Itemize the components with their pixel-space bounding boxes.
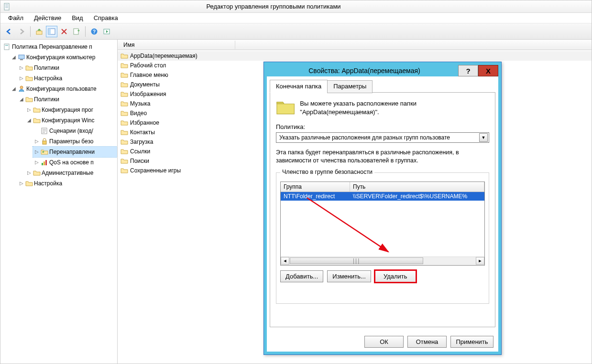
svg-rect-19: [44, 161, 45, 165]
policy-description: Эта папка будет перенаправляться в разли…: [276, 149, 489, 165]
menu-help[interactable]: Справка: [89, 13, 123, 22]
help-button[interactable]: ?: [88, 26, 100, 37]
app-window: Редактор управления групповыми политикам…: [0, 0, 592, 364]
folder-icon: [121, 52, 128, 60]
forward-button[interactable]: [16, 26, 27, 37]
expand-icon[interactable]: ▷: [26, 168, 32, 178]
chevron-down-icon[interactable]: ▼: [479, 133, 488, 142]
expand-icon[interactable]: ▷: [34, 158, 40, 167]
cell-path: \\SERVER\Folder_redirect$\%USERNAME%: [350, 192, 484, 201]
export-button[interactable]: [71, 26, 82, 37]
tree-label: QoS на основе п: [49, 158, 94, 167]
delete-button[interactable]: Удалить: [375, 270, 416, 282]
scroll-left-icon[interactable]: ◄: [281, 257, 289, 265]
tree-label: Параметры безо: [49, 137, 94, 146]
svg-rect-4: [36, 31, 42, 34]
tree-item[interactable]: ▷QoS на основе п: [33, 157, 117, 168]
up-button[interactable]: [33, 26, 45, 37]
folder-icon: [121, 100, 128, 107]
expand-icon[interactable]: ▷: [19, 63, 24, 73]
folder-icon: [121, 90, 128, 98]
tree-user-config[interactable]: ◢ Конфигурация пользовате: [10, 84, 117, 94]
scroll-track[interactable]: |||: [289, 257, 476, 264]
menu-file[interactable]: Файл: [3, 13, 28, 22]
tree-view[interactable]: Политика Перенаправление п ◢ Конфигураци…: [0, 40, 118, 364]
list-item-appdata[interactable]: AppData(перемещаемая): [118, 51, 592, 61]
svg-rect-0: [4, 3, 9, 10]
tree-item[interactable]: Сценарии (вход/: [33, 126, 117, 136]
grid-row[interactable]: NTT\Folder_redirect \\SERVER\Folder_redi…: [281, 192, 484, 201]
tab-parameters[interactable]: Параметры: [327, 80, 373, 93]
svg-rect-6: [48, 29, 51, 34]
tab-target-folder[interactable]: Конечная папка: [270, 80, 328, 93]
column-path[interactable]: Путь: [350, 182, 484, 192]
edit-button[interactable]: Изменить...: [327, 270, 371, 282]
tree-label: Конфигурация Winс: [42, 116, 95, 125]
ok-button[interactable]: ОК: [364, 336, 404, 348]
tree-item-redirect[interactable]: ▷Перенаправлени: [33, 147, 117, 157]
toolbar: ?: [0, 23, 592, 40]
item-label: Поиски: [130, 158, 149, 164]
apply-button[interactable]: Применить: [450, 336, 493, 348]
item-label: Рабочий стол: [130, 62, 166, 69]
tree-item[interactable]: ▷Политики: [18, 63, 117, 73]
titlebar: Редактор управления групповыми политикам…: [0, 0, 592, 13]
expand-icon[interactable]: ▷: [19, 179, 24, 188]
expand-icon[interactable]: ▷: [34, 137, 40, 146]
add-button[interactable]: Добавить...: [280, 270, 323, 282]
tree-label: Административные: [42, 168, 93, 178]
column-group[interactable]: Группа: [281, 182, 350, 192]
filter-button[interactable]: [101, 26, 112, 37]
tab-content: Вы можете указать расположение папки "Ap…: [270, 92, 495, 327]
tree-item[interactable]: ▷Конфигурация прог: [25, 105, 117, 115]
membership-grid[interactable]: Группа Путь NTT\Folder_redirect \\SERVER…: [280, 182, 485, 266]
tree-label: Политика Перенаправление п: [12, 42, 92, 52]
tree-label: Конфигурация прог: [42, 105, 93, 115]
column-name[interactable]: Имя: [121, 41, 235, 49]
groupbox-legend: Членство в группе безопасности: [280, 169, 374, 175]
policy-combobox[interactable]: Указать различные расположения для разны…: [276, 132, 489, 143]
svg-rect-17: [43, 141, 46, 144]
collapse-icon[interactable]: ◢: [19, 95, 24, 104]
back-button[interactable]: [3, 26, 15, 37]
item-label: Ссылки: [130, 148, 150, 155]
scroll-right-icon[interactable]: ►: [476, 257, 484, 265]
tree-item[interactable]: ▷Настройка: [18, 73, 117, 84]
dialog-titlebar[interactable]: Свойства: AppData(перемещаемая) ? X: [264, 62, 501, 76]
annotation-arrow: [305, 195, 400, 257]
delete-button[interactable]: [58, 26, 70, 37]
tree-item[interactable]: ◢Конфигурация Winс: [25, 115, 117, 126]
folder-icon: [121, 138, 128, 146]
show-tree-button[interactable]: [46, 26, 57, 37]
scroll-thumb[interactable]: |||: [290, 257, 423, 264]
folder-icon: [25, 64, 33, 72]
expand-icon[interactable]: ▷: [34, 147, 40, 157]
tree-item[interactable]: ▷Настройка: [18, 178, 117, 189]
expand-icon[interactable]: ▷: [19, 74, 24, 83]
dialog-body: Конечная папка Параметры Вы можете указа…: [264, 76, 501, 354]
folder-icon: [25, 75, 33, 82]
tree-item[interactable]: ◢Политики: [18, 94, 117, 105]
properties-dialog: Свойства: AppData(перемещаемая) ? X Коне…: [263, 62, 502, 355]
horizontal-scrollbar[interactable]: ◄ ||| ►: [281, 257, 484, 265]
svg-rect-18: [42, 163, 43, 165]
collapse-icon[interactable]: ◢: [11, 53, 17, 62]
info-text: Вы можете указать расположение папки "Ap…: [300, 98, 489, 116]
menu-view[interactable]: Вид: [67, 13, 88, 22]
script-icon: [41, 127, 48, 135]
folder-icon: [121, 148, 128, 155]
collapse-icon[interactable]: ◢: [11, 84, 17, 94]
tree-item[interactable]: ▷Параметры безо: [33, 136, 117, 147]
dialog-help-button[interactable]: ?: [458, 65, 478, 76]
svg-rect-12: [5, 45, 8, 46]
folder-icon: [121, 167, 128, 174]
cancel-button[interactable]: Отмена: [407, 336, 447, 348]
security-group-box: Членство в группе безопасности Группа Пу…: [276, 172, 489, 304]
menu-action[interactable]: Действие: [29, 13, 66, 22]
tree-item[interactable]: ▷Административные: [25, 168, 117, 178]
dialog-close-button[interactable]: X: [478, 65, 498, 76]
tree-computer-config[interactable]: ◢ Конфигурация компьютер: [10, 52, 117, 63]
tree-root[interactable]: Политика Перенаправление п: [2, 42, 117, 52]
collapse-icon[interactable]: ◢: [26, 116, 32, 125]
expand-icon[interactable]: ▷: [26, 105, 32, 115]
